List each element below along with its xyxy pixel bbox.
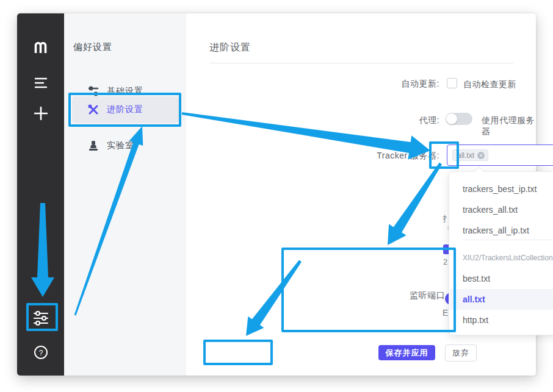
basic-settings-icon — [87, 85, 99, 98]
auto-check-update-text[interactable]: 自动检查更新 — [463, 79, 516, 90]
advanced-settings-panel: 进阶设置 自动更新: 自动检查更新 代理: 使用代理服务器 Tracker 服务… — [186, 13, 536, 376]
dropdown-notch — [475, 167, 483, 176]
tracker-dropdown: trackers_best_ip.txt trackers_all.txt tr… — [449, 171, 553, 335]
dropdown-option-selected[interactable]: all.txt — [450, 289, 553, 310]
nav-item-label: 基础设置 — [107, 86, 143, 97]
listen-port-label: 监听端口 — [391, 290, 445, 301]
proxy-toggle[interactable] — [446, 113, 472, 125]
auto-update-label: 自动更新: — [378, 79, 439, 90]
dropdown-option[interactable]: trackers_all_ip.txt — [450, 220, 553, 241]
discard-button[interactable]: 放弃 — [445, 344, 477, 362]
tracker-select[interactable]: all.txt × — [447, 144, 553, 166]
dropdown-divider — [463, 240, 553, 240]
app-window: ? 偏好设置 基础设置 进阶设置 实验室 — [17, 13, 536, 376]
auto-check-update-checkbox[interactable] — [447, 78, 457, 88]
occluded-text-fragment: 2 — [443, 257, 447, 266]
lab-icon — [87, 140, 99, 152]
proxy-toggle-text: 使用代理服务器 — [482, 115, 536, 137]
dropdown-group-label: XIU2/TrackersListCollection — [450, 249, 553, 266]
nav-item-lab[interactable]: 实验室 — [72, 132, 179, 159]
dropdown-option[interactable]: trackers_best_ip.txt — [450, 179, 553, 199]
dropdown-option[interactable]: trackers_all.txt — [450, 199, 553, 220]
app-sidebar: ? — [17, 13, 64, 376]
tag-close-icon[interactable]: × — [477, 152, 485, 159]
proxy-label: 代理: — [378, 115, 439, 126]
heading-divider — [209, 63, 513, 63]
dropdown-option[interactable]: http.txt — [450, 310, 553, 330]
preferences-title: 偏好设置 — [73, 41, 112, 53]
tracker-tag-text: all.txt — [457, 151, 474, 160]
save-apply-button[interactable]: 保存并应用 — [378, 345, 435, 360]
nav-item-label: 实验室 — [107, 140, 134, 151]
help-icon[interactable]: ? — [17, 345, 64, 360]
dropdown-option-label: all.txt — [463, 294, 485, 304]
svg-text:?: ? — [38, 349, 43, 357]
preferences-nav-panel: 偏好设置 基础设置 进阶设置 实验室 — [64, 13, 186, 376]
motrix-logo-icon — [17, 40, 64, 54]
nav-item-label: 进阶设置 — [107, 104, 143, 115]
screenshot-stage: ? 偏好设置 基础设置 进阶设置 实验室 — [0, 0, 553, 392]
tracker-tag: all.txt × — [452, 149, 488, 161]
occluded-text-fragment: E — [443, 308, 448, 318]
page-title: 进阶设置 — [209, 41, 251, 54]
dropdown-option[interactable]: best.txt — [450, 268, 553, 289]
preferences-icon[interactable] — [17, 310, 64, 327]
advanced-settings-icon — [87, 104, 99, 116]
tracker-server-label: Tracker 服务器: — [360, 151, 439, 162]
toggle-knob — [446, 113, 457, 124]
add-task-icon[interactable] — [17, 107, 64, 120]
nav-item-advanced-settings[interactable]: 进阶设置 — [72, 96, 179, 123]
task-list-icon[interactable] — [17, 77, 64, 88]
